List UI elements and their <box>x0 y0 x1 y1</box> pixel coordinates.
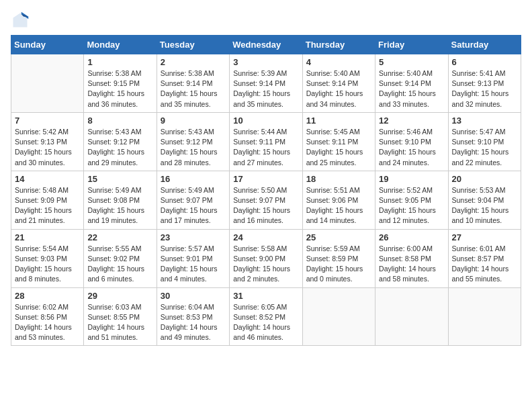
calendar-cell: 5Sunrise: 5:40 AM Sunset: 9:14 PM Daylig… <box>375 54 448 113</box>
day-number: 19 <box>379 174 444 184</box>
calendar-cell: 6Sunrise: 5:41 AM Sunset: 9:13 PM Daylig… <box>448 54 521 113</box>
day-info: Sunrise: 5:49 AM Sunset: 9:07 PM Dayligh… <box>161 185 226 226</box>
page-header <box>11 11 521 30</box>
calendar-cell: 21Sunrise: 5:54 AM Sunset: 9:03 PM Dayli… <box>11 229 84 287</box>
day-info: Sunrise: 5:47 AM Sunset: 9:10 PM Dayligh… <box>452 127 517 168</box>
day-info: Sunrise: 5:53 AM Sunset: 9:04 PM Dayligh… <box>452 185 517 226</box>
day-number: 22 <box>87 232 152 242</box>
day-number: 14 <box>15 174 80 184</box>
day-info: Sunrise: 5:54 AM Sunset: 9:03 PM Dayligh… <box>15 244 80 285</box>
day-number: 21 <box>15 232 80 242</box>
calendar-cell: 26Sunrise: 6:00 AM Sunset: 8:58 PM Dayli… <box>375 229 448 287</box>
day-info: Sunrise: 6:02 AM Sunset: 8:56 PM Dayligh… <box>15 302 80 343</box>
weekday-header-sunday: Sunday <box>11 36 84 54</box>
weekday-header-tuesday: Tuesday <box>157 36 229 54</box>
calendar-cell: 11Sunrise: 5:45 AM Sunset: 9:11 PM Dayli… <box>302 112 375 171</box>
weekday-header-thursday: Thursday <box>302 36 375 54</box>
day-info: Sunrise: 5:51 AM Sunset: 9:06 PM Dayligh… <box>306 185 371 226</box>
calendar-cell: 13Sunrise: 5:47 AM Sunset: 9:10 PM Dayli… <box>448 112 521 171</box>
day-info: Sunrise: 6:04 AM Sunset: 8:53 PM Dayligh… <box>161 302 226 343</box>
calendar-cell: 1Sunrise: 5:38 AM Sunset: 9:15 PM Daylig… <box>84 54 157 113</box>
day-info: Sunrise: 5:49 AM Sunset: 9:08 PM Dayligh… <box>87 185 152 226</box>
day-number: 11 <box>306 116 371 126</box>
calendar-table: SundayMondayTuesdayWednesdayThursdayFrid… <box>11 35 521 346</box>
day-number: 7 <box>15 116 80 126</box>
day-info: Sunrise: 5:59 AM Sunset: 8:59 PM Dayligh… <box>306 244 371 285</box>
calendar-cell: 8Sunrise: 5:43 AM Sunset: 9:12 PM Daylig… <box>84 112 157 171</box>
day-number: 13 <box>452 116 517 126</box>
day-number: 25 <box>306 232 371 242</box>
day-info: Sunrise: 5:43 AM Sunset: 9:12 PM Dayligh… <box>87 127 152 168</box>
calendar-cell <box>375 287 448 346</box>
day-number: 29 <box>87 291 152 301</box>
day-info: Sunrise: 5:43 AM Sunset: 9:12 PM Dayligh… <box>161 127 226 168</box>
day-number: 26 <box>379 232 444 242</box>
day-info: Sunrise: 5:44 AM Sunset: 9:11 PM Dayligh… <box>233 127 298 168</box>
calendar-cell <box>448 287 521 346</box>
calendar-cell: 9Sunrise: 5:43 AM Sunset: 9:12 PM Daylig… <box>157 112 229 171</box>
day-number: 17 <box>233 174 298 184</box>
day-number: 9 <box>161 116 226 126</box>
calendar-cell: 17Sunrise: 5:50 AM Sunset: 9:07 PM Dayli… <box>230 171 302 229</box>
calendar-cell: 24Sunrise: 5:58 AM Sunset: 9:00 PM Dayli… <box>230 229 302 287</box>
day-info: Sunrise: 5:39 AM Sunset: 9:14 PM Dayligh… <box>233 68 298 109</box>
calendar-cell: 14Sunrise: 5:48 AM Sunset: 9:09 PM Dayli… <box>11 171 84 229</box>
calendar-cell: 12Sunrise: 5:46 AM Sunset: 9:10 PM Dayli… <box>375 112 448 171</box>
day-number: 28 <box>15 291 80 301</box>
day-number: 8 <box>87 116 152 126</box>
day-info: Sunrise: 6:01 AM Sunset: 8:57 PM Dayligh… <box>452 244 517 285</box>
calendar-cell: 19Sunrise: 5:52 AM Sunset: 9:05 PM Dayli… <box>375 171 448 229</box>
day-number: 10 <box>233 116 298 126</box>
weekday-header-row: SundayMondayTuesdayWednesdayThursdayFrid… <box>11 36 521 54</box>
day-info: Sunrise: 5:41 AM Sunset: 9:13 PM Dayligh… <box>452 68 517 109</box>
day-info: Sunrise: 6:03 AM Sunset: 8:55 PM Dayligh… <box>87 302 152 343</box>
calendar-week-row: 7Sunrise: 5:42 AM Sunset: 9:13 PM Daylig… <box>11 112 521 171</box>
calendar-cell: 18Sunrise: 5:51 AM Sunset: 9:06 PM Dayli… <box>302 171 375 229</box>
day-number: 15 <box>87 174 152 184</box>
day-number: 4 <box>306 57 371 67</box>
day-number: 27 <box>452 232 517 242</box>
day-number: 31 <box>233 291 298 301</box>
calendar-cell: 29Sunrise: 6:03 AM Sunset: 8:55 PM Dayli… <box>84 287 157 346</box>
weekday-header-saturday: Saturday <box>448 36 521 54</box>
day-number: 18 <box>306 174 371 184</box>
day-info: Sunrise: 5:52 AM Sunset: 9:05 PM Dayligh… <box>379 185 444 226</box>
logo <box>11 11 32 30</box>
day-info: Sunrise: 5:46 AM Sunset: 9:10 PM Dayligh… <box>379 127 444 168</box>
day-number: 20 <box>452 174 517 184</box>
day-number: 24 <box>233 232 298 242</box>
calendar-week-row: 1Sunrise: 5:38 AM Sunset: 9:15 PM Daylig… <box>11 54 521 113</box>
calendar-cell: 30Sunrise: 6:04 AM Sunset: 8:53 PM Dayli… <box>157 287 229 346</box>
weekday-header-wednesday: Wednesday <box>230 36 302 54</box>
day-info: Sunrise: 5:38 AM Sunset: 9:14 PM Dayligh… <box>161 68 226 109</box>
calendar-cell: 25Sunrise: 5:59 AM Sunset: 8:59 PM Dayli… <box>302 229 375 287</box>
day-number: 6 <box>452 57 517 67</box>
day-info: Sunrise: 5:38 AM Sunset: 9:15 PM Dayligh… <box>87 68 152 109</box>
day-number: 12 <box>379 116 444 126</box>
calendar-cell: 22Sunrise: 5:55 AM Sunset: 9:02 PM Dayli… <box>84 229 157 287</box>
calendar-cell <box>302 287 375 346</box>
day-info: Sunrise: 5:45 AM Sunset: 9:11 PM Dayligh… <box>306 127 371 168</box>
day-info: Sunrise: 6:00 AM Sunset: 8:58 PM Dayligh… <box>379 244 444 285</box>
day-number: 16 <box>161 174 226 184</box>
day-number: 30 <box>161 291 226 301</box>
day-info: Sunrise: 5:58 AM Sunset: 9:00 PM Dayligh… <box>233 244 298 285</box>
weekday-header-friday: Friday <box>375 36 448 54</box>
calendar-week-row: 21Sunrise: 5:54 AM Sunset: 9:03 PM Dayli… <box>11 229 521 287</box>
calendar-cell: 4Sunrise: 5:40 AM Sunset: 9:14 PM Daylig… <box>302 54 375 113</box>
calendar-cell: 27Sunrise: 6:01 AM Sunset: 8:57 PM Dayli… <box>448 229 521 287</box>
calendar-cell: 20Sunrise: 5:53 AM Sunset: 9:04 PM Dayli… <box>448 171 521 229</box>
day-info: Sunrise: 5:57 AM Sunset: 9:01 PM Dayligh… <box>161 244 226 285</box>
calendar-cell: 7Sunrise: 5:42 AM Sunset: 9:13 PM Daylig… <box>11 112 84 171</box>
calendar-week-row: 28Sunrise: 6:02 AM Sunset: 8:56 PM Dayli… <box>11 287 521 346</box>
calendar-cell <box>11 54 84 113</box>
day-info: Sunrise: 6:05 AM Sunset: 8:52 PM Dayligh… <box>233 302 298 343</box>
day-info: Sunrise: 5:55 AM Sunset: 9:02 PM Dayligh… <box>87 244 152 285</box>
weekday-header-monday: Monday <box>84 36 157 54</box>
calendar-cell: 23Sunrise: 5:57 AM Sunset: 9:01 PM Dayli… <box>157 229 229 287</box>
day-number: 1 <box>87 57 152 67</box>
calendar-cell: 15Sunrise: 5:49 AM Sunset: 9:08 PM Dayli… <box>84 171 157 229</box>
calendar-cell: 16Sunrise: 5:49 AM Sunset: 9:07 PM Dayli… <box>157 171 229 229</box>
day-info: Sunrise: 5:40 AM Sunset: 9:14 PM Dayligh… <box>306 68 371 109</box>
day-number: 23 <box>161 232 226 242</box>
